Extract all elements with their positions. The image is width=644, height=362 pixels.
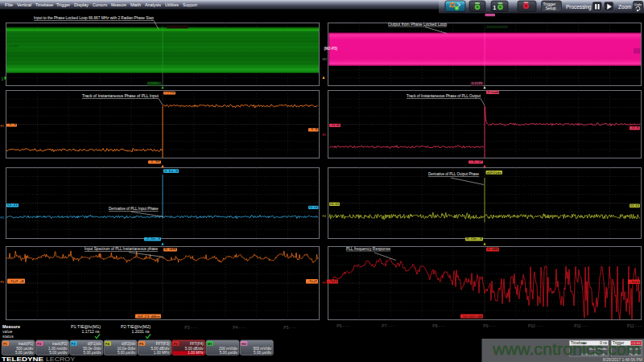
svg-text:Zoom: Zoom [618,4,631,10]
svg-text:Setup: Setup [546,6,556,10]
svg-text:5.00 µs/div: 5.00 µs/div [49,351,68,355]
svg-text:5.00 µs/div: 5.00 µs/div [84,351,102,355]
svg-text:Derivative of PLL Output Phase: Derivative of PLL Output Phase [428,172,479,176]
svg-text:F6: F6 [173,342,178,346]
svg-text:1: 1 [2,76,4,81]
svg-text:Trigger: Trigger [56,2,70,7]
svg-text:P5 - - -: P5 - - - [283,325,296,330]
svg-text:F3: F3 [1,216,4,220]
svg-text:5.00 µs/div: 5.00 µs/div [254,351,272,355]
svg-text:0.0: 0.0 [630,204,640,208]
svg-text:Undo: Undo [634,2,642,6]
svg-text:value: value [2,329,13,334]
svg-text:0.0: 0.0 [309,206,318,209]
svg-text:Processing: Processing [566,4,592,10]
svg-text:P4 - - -: P4 - - - [233,325,246,330]
svg-text:(M2-P3): (M2-P3) [324,47,338,51]
svg-text:P6 - - -: P6 - - - [336,323,349,328]
svg-text:1.2031 ns: 1.2031 ns [132,329,150,334]
svg-text:6 dB: 6 dB [164,248,176,251]
svg-text:8/29/2017 1:48:56 PM: 8/29/2017 1:48:56 PM [603,357,642,362]
svg-text:F1: F1 [3,342,8,346]
svg-text:F1: F1 [1,125,4,128]
svg-text:Measure: Measure [111,2,127,7]
svg-text:Vertical: Vertical [17,2,31,7]
svg-text:-1.3: -1.3 [309,128,318,131]
svg-text:0.0139: 0.0139 [472,82,482,85]
svg-text:C1-P1: C1-P1 [9,44,19,48]
svg-text:5.00 µs/div: 5.00 µs/div [15,351,34,355]
svg-text:-0.6: -0.6 [630,126,640,130]
svg-text:P11 - - -: P11 - - - [574,323,588,328]
svg-text:status: status [2,334,14,339]
svg-text:F2: F2 [37,342,42,346]
svg-text:-50: -50 [328,280,338,283]
svg-text:2.1e-3: 2.1e-3 [164,170,179,173]
svg-text:P9 - - -: P9 - - - [483,323,496,328]
svg-text:FFT(F3): FFT(F3) [156,342,170,346]
svg-text:-68.23 dBm: -68.23 dBm [136,315,161,319]
svg-text:-52.4: -52.4 [8,280,25,283]
svg-text:1.00 MHz: 1.00 MHz [154,351,170,355]
svg-text:-52: -52 [307,280,318,283]
svg-text:F3: F3 [72,342,76,346]
svg-text:Support: Support [183,2,197,7]
svg-text:d(F1)/dx: d(F1)/dx [88,342,102,346]
svg-text:www.cntronics.com: www.cntronics.com [492,339,641,358]
svg-text:P10 - - -: P10 - - - [528,323,543,328]
svg-text:0.0: 0.0 [330,203,340,206]
svg-text:P2:TIE@lv(M2): P2:TIE@lv(M2) [121,324,151,329]
svg-text:Derivative of PLL Input Phase: Derivative of PLL Input Phase [109,207,159,211]
svg-text:5.00 µs/div: 5.00 µs/div [118,351,136,355]
svg-text:P3 - - -: P3 - - - [184,325,197,330]
svg-text:Input Spectrum of PLL Instanta: Input Spectrum of PLL Instantaneous phas… [85,247,158,251]
svg-text:M1: M1 [208,342,213,346]
svg-text:Cursors: Cursors [93,2,107,7]
svg-text:d(F2)/dx: d(F2)/dx [122,342,136,346]
svg-text:Math: Math [130,2,141,7]
svg-text:1: 1 [493,5,497,10]
svg-text:P12 - - -: P12 - - - [627,323,642,328]
svg-text:Display: Display [74,2,89,7]
svg-text:track(P1): track(P1) [19,342,34,346]
svg-text:F5: F5 [1,281,4,284]
svg-text:PLL frequency Response: PLL frequency Response [346,246,390,251]
svg-text:LECROY: LECROY [46,356,76,362]
svg-text:P7 - - -: P7 - - - [382,323,394,328]
svg-text:FFT(F4): FFT(F4) [190,342,204,346]
svg-text:F2: F2 [323,134,326,137]
svg-text:Track of Instantaneous Phase o: Track of Instantaneous Phase of PLL Outp… [407,94,481,98]
svg-text:F5: F5 [139,342,144,346]
svg-text:d(F2)dx: d(F2)dx [487,171,502,175]
svg-text:-50: -50 [629,281,640,284]
svg-text:Measure: Measure [2,324,20,329]
svg-text:6 dB: 6 dB [487,248,498,251]
svg-text:2.0 rad: 2.0 rad [164,91,175,94]
svg-text:-0.6: -0.6 [330,124,341,127]
svg-text:M2: M2 [242,342,247,346]
svg-text:F4: F4 [105,342,110,346]
svg-text:Output from Phase Locked Loop: Output from Phase Locked Loop [388,22,447,27]
svg-text:TELEDYNE: TELEDYNE [2,356,44,362]
svg-text:F6: F6 [323,282,326,285]
svg-text:Timebase: Timebase [35,2,54,7]
svg-text:5.00 µs/div: 5.00 µs/div [220,351,238,355]
svg-text:P8 - - -: P8 - - - [432,323,445,328]
svg-text:M2: M2 [323,57,328,61]
svg-text:1.1712 ns: 1.1712 ns [82,329,100,334]
svg-text:-1.2: -1.2 [469,160,483,163]
svg-text:File: File [5,2,14,7]
svg-text:-2.0e-3: -2.0e-3 [145,237,161,241]
svg-text:-50.000 dB: -50.000 dB [461,315,482,319]
svg-text:8.0e-3: 8.0e-3 [466,237,483,241]
svg-text:2 rad: 2 rad [487,91,499,94]
svg-text:0.0: 0.0 [7,204,19,207]
svg-text:P1:TIE@lv(M1): P1:TIE@lv(M1) [71,324,101,329]
svg-text:-1.3: -1.3 [7,123,17,126]
svg-text:1.00 MHz: 1.00 MHz [188,351,204,355]
svg-text:track(P2): track(P2) [52,342,68,346]
svg-text:Analysis: Analysis [145,2,161,7]
svg-text:0.00000 s: 0.00000 s [148,82,161,85]
svg-text:Utilities: Utilities [165,2,179,7]
svg-text:Track of Instantaneous Phase o: Track of Instantaneous Phase of PLL Inpu… [82,94,159,98]
